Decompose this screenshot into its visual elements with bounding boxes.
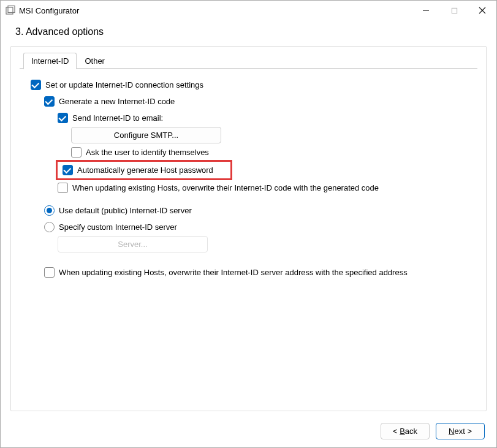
tab-other[interactable]: Other — [77, 53, 113, 69]
window-controls — [412, 1, 496, 20]
app-icon — [6, 6, 15, 15]
label-use-default-server: Use default (public) Internet-ID server — [59, 206, 192, 215]
row-send-email[interactable]: Send Internet-ID to email: — [58, 113, 472, 123]
configure-smtp-button[interactable]: Configure SMTP... — [71, 127, 221, 143]
row-set-internet-id[interactable]: Set or update Internet-ID connection set… — [31, 80, 472, 90]
radio-use-default-server[interactable] — [44, 205, 55, 216]
label-generate-code: Generate a new Internet-ID code — [59, 97, 175, 106]
row-specify-server[interactable]: Specify custom Internet-ID server — [44, 222, 472, 232]
wizard-footer: < Back Next > — [381, 423, 485, 439]
checkbox-send-email[interactable] — [58, 113, 68, 123]
content-panel: Internet-ID Other Set or update Internet… — [10, 46, 487, 411]
tab-panel-internet-id: Set or update Internet-ID connection set… — [11, 69, 486, 285]
checkbox-auto-password[interactable] — [63, 165, 73, 175]
label-ask-user: Ask the user to identify themselves — [86, 148, 209, 157]
checkbox-set-internet-id[interactable] — [31, 80, 41, 90]
page-subtitle: 3. Advanced options — [1, 20, 496, 42]
radio-specify-server[interactable] — [44, 222, 55, 232]
maximize-button — [440, 1, 468, 20]
label-specify-server: Specify custom Internet-ID server — [59, 222, 177, 232]
checkbox-overwrite-code[interactable] — [58, 183, 68, 193]
svg-rect-0 — [6, 7, 13, 14]
row-use-default-server[interactable]: Use default (public) Internet-ID server — [44, 205, 472, 216]
titlebar: MSI Configurator — [1, 1, 496, 20]
server-input: Server... — [58, 236, 208, 252]
tab-internet-id[interactable]: Internet-ID — [23, 53, 77, 69]
row-generate-code[interactable]: Generate a new Internet-ID code — [44, 96, 472, 107]
row-overwrite-code[interactable]: When updating existing Hosts, overwrite … — [58, 183, 472, 193]
minimize-button[interactable] — [412, 1, 440, 20]
next-button[interactable]: Next > — [436, 423, 485, 439]
row-ask-user[interactable]: Ask the user to identify themselves — [71, 147, 472, 158]
checkbox-generate-code[interactable] — [44, 96, 55, 107]
row-overwrite-server[interactable]: When updating existing Hosts, overwrite … — [44, 267, 472, 278]
back-button[interactable]: < Back — [381, 423, 430, 439]
label-auto-password: Automatically generate Host password — [77, 165, 213, 175]
tab-strip: Internet-ID Other — [11, 47, 486, 69]
window-title: MSI Configurator — [19, 6, 79, 15]
highlight-auto-password: Automatically generate Host password — [56, 160, 232, 180]
checkbox-ask-user[interactable] — [71, 147, 82, 158]
svg-rect-3 — [452, 8, 457, 13]
checkbox-overwrite-server[interactable] — [44, 267, 55, 278]
label-send-email: Send Internet-ID to email: — [72, 113, 163, 123]
label-set-internet-id: Set or update Internet-ID connection set… — [45, 80, 203, 89]
svg-rect-1 — [8, 6, 15, 13]
label-overwrite-code: When updating existing Hosts, overwrite … — [72, 183, 379, 192]
close-button[interactable] — [468, 1, 496, 20]
label-overwrite-server: When updating existing Hosts, overwrite … — [59, 268, 408, 277]
